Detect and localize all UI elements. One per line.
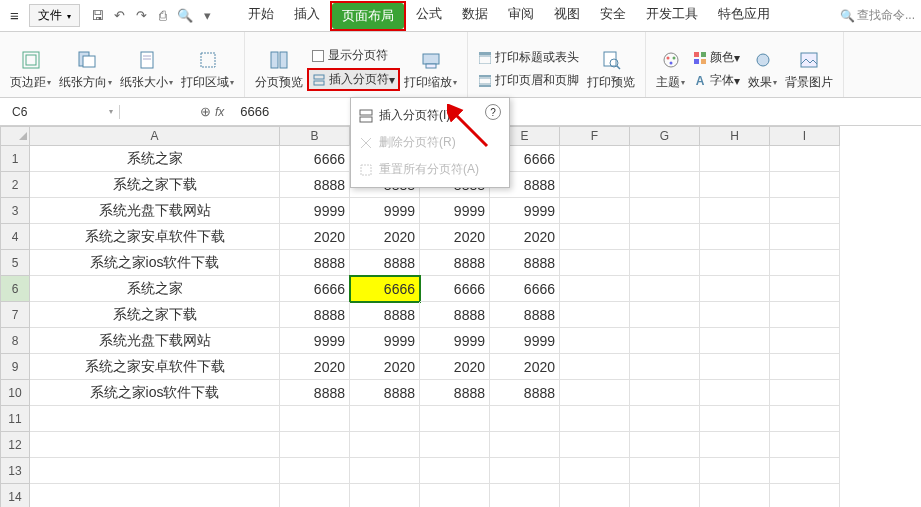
- cell-E9[interactable]: 2020: [490, 354, 560, 380]
- row-header-8[interactable]: 8: [0, 328, 30, 354]
- cell-I3[interactable]: [770, 198, 840, 224]
- cell-B14[interactable]: [280, 484, 350, 507]
- cell-A12[interactable]: [30, 432, 280, 458]
- cell-A14[interactable]: [30, 484, 280, 507]
- select-all-corner[interactable]: [0, 126, 30, 146]
- undo-icon[interactable]: ↶: [111, 9, 127, 23]
- cell-G3[interactable]: [630, 198, 700, 224]
- tab-formulas[interactable]: 公式: [406, 1, 452, 31]
- print-area-button[interactable]: 打印区域▾: [177, 48, 238, 91]
- print-preview-button[interactable]: 打印预览: [583, 48, 639, 91]
- row-header-4[interactable]: 4: [0, 224, 30, 250]
- cell-F5[interactable]: [560, 250, 630, 276]
- cell-D14[interactable]: [420, 484, 490, 507]
- row-header-10[interactable]: 10: [0, 380, 30, 406]
- cell-A5[interactable]: 系统之家ios软件下载: [30, 250, 280, 276]
- cell-I8[interactable]: [770, 328, 840, 354]
- tab-dev[interactable]: 开发工具: [636, 1, 708, 31]
- header-footer-button[interactable]: 打印页眉和页脚: [474, 70, 583, 91]
- cell-D10[interactable]: 8888: [420, 380, 490, 406]
- col-header-F[interactable]: F: [560, 126, 630, 146]
- row-header-3[interactable]: 3: [0, 198, 30, 224]
- cell-I4[interactable]: [770, 224, 840, 250]
- more-down-icon[interactable]: ▾: [199, 9, 215, 23]
- cell-B4[interactable]: 2020: [280, 224, 350, 250]
- cell-G2[interactable]: [630, 172, 700, 198]
- cell-G4[interactable]: [630, 224, 700, 250]
- cell-C5[interactable]: 8888: [350, 250, 420, 276]
- cell-A8[interactable]: 系统光盘下载网站: [30, 328, 280, 354]
- redo-icon[interactable]: ↷: [133, 9, 149, 23]
- cell-C14[interactable]: [350, 484, 420, 507]
- cell-F4[interactable]: [560, 224, 630, 250]
- cell-A13[interactable]: [30, 458, 280, 484]
- cell-D8[interactable]: 9999: [420, 328, 490, 354]
- formula-input[interactable]: 6666: [232, 104, 277, 119]
- cell-H10[interactable]: [700, 380, 770, 406]
- hamburger-icon[interactable]: ≡: [6, 7, 23, 24]
- file-menu-button[interactable]: 文件 ▾: [29, 4, 80, 27]
- row-header-14[interactable]: 14: [0, 484, 30, 507]
- cell-F10[interactable]: [560, 380, 630, 406]
- tab-view[interactable]: 视图: [544, 1, 590, 31]
- cell-G10[interactable]: [630, 380, 700, 406]
- orientation-button[interactable]: 纸张方向▾: [55, 48, 116, 91]
- show-page-break-checkbox[interactable]: 显示分页符: [307, 45, 400, 66]
- col-header-G[interactable]: G: [630, 126, 700, 146]
- cell-H4[interactable]: [700, 224, 770, 250]
- cell-E8[interactable]: 9999: [490, 328, 560, 354]
- zoom-icon[interactable]: ⊕: [200, 104, 211, 119]
- cell-C6[interactable]: 6666: [350, 276, 420, 302]
- command-search[interactable]: 🔍 查找命令...: [840, 7, 915, 24]
- cell-D3[interactable]: 9999: [420, 198, 490, 224]
- cell-C8[interactable]: 9999: [350, 328, 420, 354]
- cell-I12[interactable]: [770, 432, 840, 458]
- cell-C9[interactable]: 2020: [350, 354, 420, 380]
- tab-special[interactable]: 特色应用: [708, 1, 780, 31]
- name-box[interactable]: C6 ▾: [0, 105, 120, 119]
- cell-E14[interactable]: [490, 484, 560, 507]
- cell-G8[interactable]: [630, 328, 700, 354]
- cell-F9[interactable]: [560, 354, 630, 380]
- cell-H11[interactable]: [700, 406, 770, 432]
- cell-C3[interactable]: 9999: [350, 198, 420, 224]
- cell-H8[interactable]: [700, 328, 770, 354]
- col-header-H[interactable]: H: [700, 126, 770, 146]
- row-header-7[interactable]: 7: [0, 302, 30, 328]
- cell-F1[interactable]: [560, 146, 630, 172]
- cell-A9[interactable]: 系统之家安卓软件下载: [30, 354, 280, 380]
- cell-F12[interactable]: [560, 432, 630, 458]
- cell-I13[interactable]: [770, 458, 840, 484]
- cell-I2[interactable]: [770, 172, 840, 198]
- page-break-preview-button[interactable]: 分页预览: [251, 48, 307, 91]
- cell-A3[interactable]: 系统光盘下载网站: [30, 198, 280, 224]
- cell-I10[interactable]: [770, 380, 840, 406]
- insert-page-break-button[interactable]: 插入分页符 ▾: [307, 68, 400, 91]
- row-header-13[interactable]: 13: [0, 458, 30, 484]
- cell-H2[interactable]: [700, 172, 770, 198]
- cell-D11[interactable]: [420, 406, 490, 432]
- fx-icon[interactable]: fx: [215, 105, 224, 119]
- cell-C7[interactable]: 8888: [350, 302, 420, 328]
- cell-F8[interactable]: [560, 328, 630, 354]
- tab-page-layout[interactable]: 页面布局: [332, 3, 404, 29]
- cell-E4[interactable]: 2020: [490, 224, 560, 250]
- cell-A1[interactable]: 系统之家: [30, 146, 280, 172]
- cell-A7[interactable]: 系统之家下载: [30, 302, 280, 328]
- cell-B6[interactable]: 6666: [280, 276, 350, 302]
- row-header-12[interactable]: 12: [0, 432, 30, 458]
- cell-B5[interactable]: 8888: [280, 250, 350, 276]
- cell-G9[interactable]: [630, 354, 700, 380]
- print-icon[interactable]: ⎙: [155, 9, 171, 23]
- cell-G13[interactable]: [630, 458, 700, 484]
- tab-data[interactable]: 数据: [452, 1, 498, 31]
- cell-C13[interactable]: [350, 458, 420, 484]
- cell-D12[interactable]: [420, 432, 490, 458]
- cell-H3[interactable]: [700, 198, 770, 224]
- cell-I14[interactable]: [770, 484, 840, 507]
- cell-H5[interactable]: [700, 250, 770, 276]
- cell-C11[interactable]: [350, 406, 420, 432]
- cell-B8[interactable]: 9999: [280, 328, 350, 354]
- cell-E13[interactable]: [490, 458, 560, 484]
- cell-A10[interactable]: 系统之家ios软件下载: [30, 380, 280, 406]
